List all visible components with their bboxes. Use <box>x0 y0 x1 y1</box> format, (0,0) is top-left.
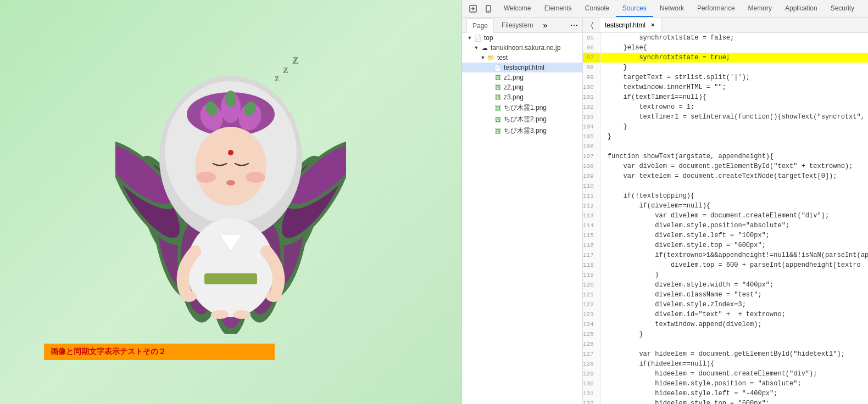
tree-item-chibi3[interactable]: 🖼 ちび木霊3.png <box>462 125 582 137</box>
line-code[interactable]: textTimer1 = setInterval(function(){show… <box>600 112 868 122</box>
line-code[interactable]: synchrotxtstate = false; <box>600 33 868 43</box>
line-number: 100 <box>583 82 600 92</box>
line-code[interactable]: var textelem = document.createTextNode(t… <box>600 171 868 181</box>
line-number: 97 <box>583 53 600 63</box>
panel-menu-icon[interactable]: ⋯ <box>570 21 578 30</box>
line-code[interactable] <box>600 142 868 152</box>
line-code[interactable]: hideelem = document.createElement("div")… <box>600 369 868 379</box>
line-code[interactable]: var divelem = document.getElementById("t… <box>600 161 868 171</box>
file-tab-close-button[interactable]: ✕ <box>649 21 656 29</box>
cursor-icon[interactable] <box>466 2 480 15</box>
line-code[interactable]: var hideelem = document.getElementById("… <box>600 349 868 359</box>
line-number: 127 <box>583 349 600 359</box>
webpage-content: z z z <box>0 0 461 404</box>
line-code[interactable]: } <box>600 63 868 72</box>
line-number: 96 <box>583 43 600 53</box>
line-code[interactable]: targetText = strlist.split('|'); <box>600 72 868 82</box>
line-number: 114 <box>583 221 600 231</box>
line-code[interactable]: }else{ <box>600 43 868 53</box>
collapse-sidebar-button[interactable]: ⟨ <box>585 19 598 32</box>
line-number: 107 <box>583 152 600 161</box>
line-code[interactable]: divelem.id="text" + + textrowno; <box>600 310 868 319</box>
line-code[interactable]: if(textrowno>1&&appendheight!=null&&!isN… <box>600 250 868 260</box>
line-code[interactable]: divelem.style.left = "100px"; <box>600 231 868 240</box>
tab-security[interactable]: Security <box>824 0 861 17</box>
line-number: 106 <box>583 142 600 152</box>
tab-memory[interactable]: Memory <box>742 0 778 17</box>
line-code[interactable] <box>600 339 868 349</box>
tree-item-testscript[interactable]: 📄 testscript.html <box>462 63 582 72</box>
line-number: 122 <box>583 300 600 310</box>
tab-performance[interactable]: Performance <box>691 0 742 17</box>
line-number: 120 <box>583 280 600 290</box>
line-code[interactable]: function showText(argstate, appendheight… <box>600 152 868 161</box>
line-number: 117 <box>583 250 600 260</box>
line-number: 104 <box>583 122 600 132</box>
line-code[interactable]: if(textTimer1==null){ <box>600 92 868 102</box>
tab-network[interactable]: Network <box>653 0 691 17</box>
arrow-chibi2 <box>486 116 493 123</box>
line-code[interactable]: var divelem = document.createElement("di… <box>600 211 868 221</box>
line-code[interactable]: if(!textstopping){ <box>600 191 868 201</box>
line-code[interactable]: hideelem.style.position = "absolute"; <box>600 379 868 389</box>
tab-elements[interactable]: Elements <box>538 0 578 17</box>
line-code[interactable]: synchrotxtstate = true; <box>600 53 868 63</box>
line-code[interactable]: divelem.top = 600 + parseInt(appendheigh… <box>600 260 868 270</box>
svg-point-36 <box>246 172 265 183</box>
line-code[interactable]: hideelem.style.left = "-400px"; <box>600 389 868 399</box>
line-number: 124 <box>583 319 600 329</box>
line-code[interactable] <box>600 181 868 191</box>
line-code[interactable]: } <box>600 122 868 132</box>
line-code[interactable]: divelem.style.width = "400px"; <box>600 280 868 290</box>
tab-console[interactable]: Console <box>578 0 616 17</box>
line-number: 118 <box>583 260 600 270</box>
line-code[interactable]: hideelem.style.top = "600px"; <box>600 399 868 404</box>
tree-item-z2[interactable]: 🖼 z2.png <box>462 82 582 92</box>
line-code[interactable]: if(divelem==null){ <box>600 201 868 211</box>
line-code[interactable]: divelem.style.top = "600px"; <box>600 240 868 250</box>
arrow-testscript <box>486 64 493 71</box>
tab-sources[interactable]: Sources <box>616 0 653 17</box>
line-code[interactable]: divelem.style.position="absolute"; <box>600 221 868 231</box>
line-number: 132 <box>583 399 600 404</box>
page-title-bar: 画像と同期文字表示テストその２ <box>44 344 275 360</box>
file-tabs: ⟨ testscript.html ✕ <box>583 18 868 33</box>
line-code[interactable]: if(hideelem==null){ <box>600 359 868 369</box>
line-number: 126 <box>583 339 600 349</box>
line-code[interactable]: textwindow.innerHTML = ""; <box>600 82 868 92</box>
arrow-z3 <box>486 94 493 100</box>
line-number: 103 <box>583 112 600 122</box>
svg-point-34 <box>195 127 266 206</box>
panel-more-icon[interactable]: » <box>543 21 547 30</box>
tab-page[interactable]: Page <box>466 18 494 33</box>
line-code[interactable]: divelem.className = "test"; <box>600 290 868 300</box>
tab-filesystem[interactable]: Filesystem <box>496 18 538 32</box>
tree-item-test-folder[interactable]: ▼ 📁 test <box>462 53 582 63</box>
tree-item-z3[interactable]: 🖼 z3.png <box>462 92 582 102</box>
tree-item-domain[interactable]: ▼ ☁ tanukinoori.sakura.ne.jp <box>462 43 582 53</box>
tab-welcome[interactable]: Welcome <box>497 0 538 17</box>
file-tab-testscript[interactable]: testscript.html ✕ <box>600 18 661 32</box>
line-code[interactable]: textwindow.append(divelem); <box>600 319 868 329</box>
line-code[interactable]: } <box>600 329 868 339</box>
mobile-icon[interactable] <box>482 2 495 15</box>
line-code[interactable]: } <box>600 270 868 280</box>
line-code[interactable]: divelem.style.zIndex=3; <box>600 300 868 310</box>
line-number: 119 <box>583 270 600 280</box>
svg-point-33 <box>225 91 236 107</box>
code-content[interactable]: 95 synchrotxtstate = false;96 }else{97 s… <box>583 33 868 404</box>
tree-item-z1[interactable]: 🖼 z1.png <box>462 72 582 82</box>
line-code[interactable]: } <box>600 132 868 142</box>
tree-item-chibi1[interactable]: 🖼 ちび木霊1.png <box>462 102 582 114</box>
tree-item-chibi2[interactable]: 🖼 ちび木霊2.png <box>462 114 582 125</box>
svg-point-42 <box>266 291 281 302</box>
character-container: z z z <box>115 37 346 334</box>
arrow-chibi3 <box>486 128 493 134</box>
tab-application[interactable]: Application <box>778 0 824 17</box>
line-code[interactable]: textrowno = 1; <box>600 102 868 112</box>
arrow-domain: ▼ <box>473 44 480 51</box>
tree-item-top[interactable]: ▼ 📄 top <box>462 33 582 43</box>
image-icon-chibi1: 🖼 <box>494 104 502 112</box>
webpage-panel: z z z <box>0 0 461 404</box>
file-icon-html: 📄 <box>494 64 502 71</box>
